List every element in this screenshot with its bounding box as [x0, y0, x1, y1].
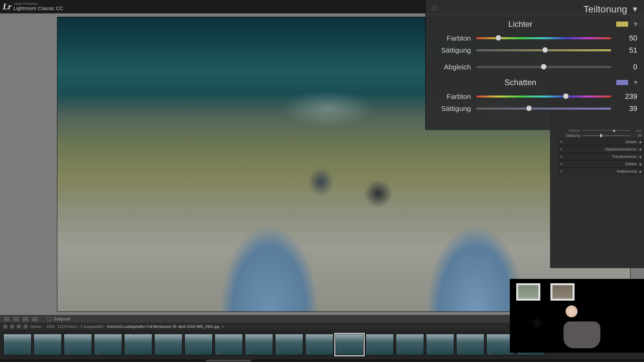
highlights-swatch-caret-icon[interactable]: ▼	[633, 21, 639, 28]
shadows-swatch-caret-icon[interactable]: ▼	[633, 79, 639, 86]
panel-toggle-switch[interactable]	[432, 6, 438, 10]
shadows-hue-thumb[interactable]	[563, 93, 569, 99]
highlights-hue-label: Farbton	[432, 34, 471, 42]
softproof-checkbox[interactable]	[47, 317, 51, 321]
balance-row: Abgleich 0	[426, 61, 644, 73]
filmstrip-thumb[interactable]	[305, 334, 333, 355]
highlights-swatch[interactable]	[616, 21, 629, 27]
folder-value: 2018	[46, 324, 54, 328]
wall-photo-1	[516, 283, 540, 301]
shadows-sat-thumb[interactable]	[526, 105, 532, 111]
second-monitor-icon[interactable]	[3, 324, 7, 328]
view-before-after-button[interactable]	[32, 316, 38, 322]
current-filename: Hochzeit-Ludwigshafen-Full-Benkesser-26.…	[107, 324, 219, 328]
filmstrip-thumb[interactable]	[366, 334, 394, 355]
photo-count: 2119 Fotos /	[57, 324, 78, 328]
filmstrip-thumb[interactable]	[64, 334, 92, 355]
softproof-label: Softproof	[54, 317, 70, 321]
app-logo: Lr	[3, 2, 13, 12]
folder-label: Ordner :	[30, 324, 44, 328]
breadcrumb-caret-icon[interactable]: ▾	[222, 324, 224, 329]
nav-back-icon[interactable]	[17, 324, 21, 328]
filmstrip-thumb[interactable]	[184, 334, 213, 355]
grid-icon[interactable]	[10, 324, 14, 328]
balance-label: Abgleich	[432, 63, 471, 71]
highlights-label: Lichter	[508, 19, 533, 29]
balance-thumb[interactable]	[541, 64, 547, 70]
filmstrip-thumb[interactable]	[426, 334, 454, 355]
mini-sat-track[interactable]	[582, 135, 631, 136]
filmstrip-thumb[interactable]	[456, 334, 484, 355]
view-survey-button[interactable]	[22, 316, 29, 322]
shadows-hue-row: Farbton 239	[426, 90, 644, 103]
highlights-sat-thumb[interactable]	[542, 47, 548, 53]
filmstrip-scrollbar[interactable]	[0, 359, 644, 362]
wall-photo-2	[550, 283, 575, 301]
mini-sat-label: Sättigung	[560, 134, 580, 137]
filmstrip-scroll-thumb[interactable]	[206, 360, 251, 362]
shadows-sat-track[interactable]	[476, 108, 611, 110]
filmstrip-thumb[interactable]	[124, 334, 152, 355]
panel-collapse-icon[interactable]: ▼	[631, 5, 639, 14]
highlights-hue-row: Farbton 50	[426, 32, 644, 44]
filmstrip-thumb[interactable]	[3, 334, 32, 355]
shadows-sat-row: Sättigung 39	[426, 103, 644, 115]
selected-count: 1 ausgewählt /	[80, 324, 104, 328]
split-toning-title: Teiltonung	[584, 4, 628, 15]
filmstrip-thumb[interactable]	[215, 334, 243, 355]
shadows-label: Schatten	[504, 78, 536, 87]
view-loupe-button[interactable]	[3, 316, 10, 322]
mini-sat-row: Sättigung 39	[557, 133, 644, 138]
view-compare-button[interactable]	[13, 316, 19, 322]
balance-value[interactable]: 0	[616, 63, 637, 71]
split-toning-panel: Teiltonung ▼ Lichter ▼ Farbton 50 Sättig…	[425, 0, 644, 130]
shadows-hue-label: Farbton	[432, 93, 471, 101]
filmstrip-thumb[interactable]	[34, 334, 62, 355]
filmstrip-thumb[interactable]	[154, 334, 182, 355]
highlights-sat-value[interactable]: 51	[616, 46, 637, 55]
filmstrip-thumb[interactable]	[275, 334, 303, 355]
develop-panel-stack: Farbton 239 Sättigung 39 Details◀Objekti…	[557, 127, 644, 175]
highlights-sat-row: Sättigung 51	[426, 44, 644, 56]
filmstrip-thumb[interactable]	[396, 334, 424, 355]
panel-header-details[interactable]: Details◀	[557, 138, 644, 145]
filmstrip-thumb[interactable]	[245, 334, 273, 355]
filmstrip-thumb[interactable]	[94, 334, 122, 355]
cursor-icon: ⌖	[570, 152, 572, 157]
shadows-hue-value[interactable]: 239	[616, 92, 637, 101]
shadows-swatch[interactable]	[616, 79, 629, 85]
panel-header-effekte[interactable]: Effekte◀	[557, 160, 644, 168]
shadows-sat-label: Sättigung	[432, 105, 471, 113]
nav-fwd-icon[interactable]	[23, 324, 28, 328]
shadows-sat-value[interactable]: 39	[616, 104, 637, 113]
highlights-hue-thumb[interactable]	[495, 35, 501, 41]
highlights-sat-label: Sättigung	[432, 46, 471, 54]
webcam-overlay	[510, 279, 644, 353]
panel-header-kalibrierung[interactable]: Kalibrierung◀	[557, 168, 644, 175]
highlights-hue-value[interactable]: 50	[616, 34, 637, 43]
shadows-hue-track[interactable]	[476, 96, 611, 98]
mini-sat-value[interactable]: 39	[633, 134, 641, 137]
brand-app: Lightroom Classic CC	[13, 6, 63, 11]
filmstrip-thumb[interactable]	[335, 334, 364, 355]
